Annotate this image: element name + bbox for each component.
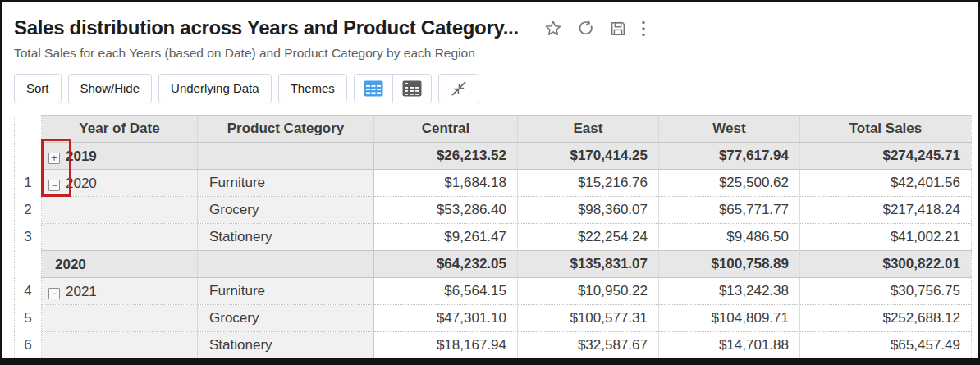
report-window: Sales distribution across Years and Prod… — [0, 0, 980, 365]
category-cell: Stationery — [198, 332, 374, 359]
header-row: Year of Date Product Category Central Ea… — [15, 116, 972, 143]
value-cell-east: $32,587.67 — [518, 332, 659, 359]
table-view-icon[interactable] — [355, 75, 392, 103]
value-cell-east: $135,831.07 — [518, 251, 659, 278]
row-number-cell: 3 — [15, 224, 42, 251]
column-header-category: Product Category — [198, 116, 374, 143]
value-cell-west: $25,500.62 — [659, 170, 800, 197]
refresh-icon[interactable] — [577, 20, 595, 38]
value-cell-central: $47,301.10 — [374, 305, 518, 332]
year-cell: −2020 — [42, 170, 198, 197]
pivot-table-container: Year of Date Product Category Central Ea… — [14, 115, 971, 359]
value-cell-total: $42,401.56 — [800, 170, 972, 197]
row-number-cell — [15, 143, 42, 170]
year-label: 2019 — [66, 148, 97, 163]
value-cell-central: $53,286.40 — [374, 197, 518, 224]
table-row: +2019$26,213.52$170,414.25$77,617.94$274… — [15, 143, 972, 170]
underlying-data-button[interactable]: Underlying Data — [158, 74, 272, 103]
header-actions — [543, 19, 646, 39]
table-row: 3Stationery$9,261.47$22,254.24$9,486.50$… — [15, 224, 972, 251]
value-cell-east: $22,254.24 — [518, 224, 659, 251]
value-cell-total: $30,756.75 — [800, 278, 972, 305]
category-cell: Furniture — [198, 278, 374, 305]
row-number-column-header — [15, 116, 42, 143]
view-toggle-group — [354, 74, 432, 103]
year-cell: −2021 — [42, 278, 198, 305]
value-cell-total: $300,822.01 — [800, 251, 972, 278]
value-cell-east: $15,216.76 — [518, 170, 659, 197]
sort-button[interactable]: Sort — [14, 74, 62, 103]
column-header-east: East — [518, 116, 659, 143]
value-cell-east: $170,414.25 — [518, 143, 659, 170]
year-cell — [42, 224, 198, 251]
row-number-cell: 2 — [15, 197, 42, 224]
value-cell-west: $77,617.94 — [659, 143, 800, 170]
table-row: 2Grocery$53,286.40$98,360.07$65,771.77$2… — [15, 197, 972, 224]
collapse-toggle[interactable]: − — [48, 288, 60, 299]
row-number-cell: 1 — [15, 170, 42, 197]
value-cell-central: $6,564.15 — [374, 278, 518, 305]
year-cell — [42, 332, 198, 359]
pivot-table: Year of Date Product Category Central Ea… — [14, 115, 972, 359]
row-number-cell: 5 — [15, 305, 42, 332]
category-cell — [198, 251, 374, 278]
value-cell-central: $26,213.52 — [374, 143, 518, 170]
category-cell: Grocery — [198, 305, 374, 332]
value-cell-east: $100,577.31 — [518, 305, 659, 332]
year-label: 2020 — [66, 175, 97, 190]
value-cell-central: $64,232.05 — [374, 251, 518, 278]
value-cell-east: $10,950.22 — [518, 278, 659, 305]
collapse-all-icon[interactable] — [438, 74, 479, 103]
year-cell — [42, 305, 198, 332]
table-row: 6Stationery$18,167.94$32,587.67$14,701.8… — [15, 332, 972, 359]
year-cell — [42, 197, 198, 224]
year-label: 2021 — [66, 283, 97, 299]
value-cell-west: $13,242.38 — [659, 278, 800, 305]
row-number-cell — [15, 251, 42, 278]
row-number-cell: 4 — [15, 278, 42, 305]
show-hide-button[interactable]: Show/Hide — [68, 74, 153, 103]
value-cell-central: $18,167.94 — [374, 332, 518, 359]
save-icon[interactable] — [609, 20, 627, 38]
star-icon[interactable] — [543, 19, 563, 39]
table-row: 2020$64,232.05$135,831.07$100,758.89$300… — [15, 251, 972, 278]
category-cell: Grocery — [198, 197, 374, 224]
category-cell: Stationery — [198, 224, 374, 251]
value-cell-west: $104,809.71 — [659, 305, 800, 332]
collapse-toggle[interactable]: − — [48, 180, 60, 191]
value-cell-central: $9,261.47 — [374, 224, 518, 251]
value-cell-total: $252,688.12 — [800, 305, 972, 332]
column-header-central: Central — [374, 116, 518, 143]
value-cell-west: $65,771.77 — [659, 197, 800, 224]
table-row: 1−2020Furniture$1,684.18$15,216.76$25,50… — [15, 170, 972, 197]
kebab-menu-icon[interactable] — [641, 20, 646, 38]
table-row: 5Grocery$47,301.10$100,577.31$104,809.71… — [15, 305, 972, 332]
year-cell: 2020 — [42, 251, 198, 278]
value-cell-total: $41,002.21 — [800, 224, 972, 251]
value-cell-east: $98,360.07 — [518, 197, 659, 224]
value-cell-total: $274,245.71 — [800, 143, 972, 170]
table-row: 4−2021Furniture$6,564.15$10,950.22$13,24… — [15, 278, 972, 305]
column-header-west: West — [659, 116, 800, 143]
category-cell — [198, 143, 374, 170]
pivot-view-icon[interactable] — [392, 75, 431, 103]
value-cell-total: $217,418.24 — [800, 197, 972, 224]
value-cell-central: $1,684.18 — [374, 170, 518, 197]
value-cell-west: $14,701.88 — [659, 332, 800, 359]
row-number-cell: 6 — [15, 332, 42, 359]
category-cell: Furniture — [198, 170, 374, 197]
expand-toggle[interactable]: + — [48, 153, 60, 164]
report-header: Sales distribution across Years and Prod… — [2, 2, 978, 62]
value-cell-total: $65,457.49 — [800, 332, 972, 359]
value-cell-west: $100,758.89 — [659, 251, 800, 278]
column-header-year: Year of Date — [42, 116, 198, 143]
year-label: 2020 — [55, 256, 86, 271]
page-title: Sales distribution across Years and Prod… — [14, 16, 519, 40]
column-header-total-sales: Total Sales — [800, 116, 972, 143]
toolbar: Sort Show/Hide Underlying Data Themes — [14, 74, 978, 103]
table-body: +2019$26,213.52$170,414.25$77,617.94$274… — [15, 143, 972, 359]
themes-button[interactable]: Themes — [278, 74, 347, 103]
report-description: Total Sales for each Years (based on Dat… — [14, 45, 964, 62]
year-cell: +2019 — [42, 143, 198, 170]
value-cell-west: $9,486.50 — [659, 224, 800, 251]
